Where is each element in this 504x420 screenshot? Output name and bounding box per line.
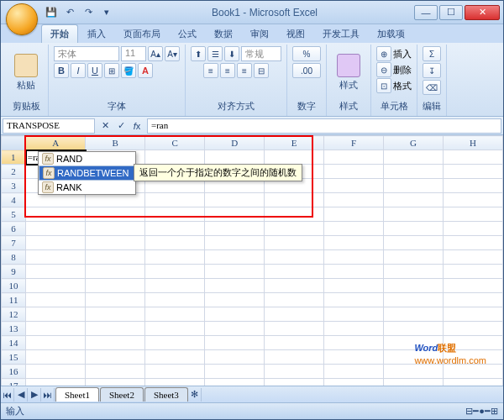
font-color-button[interactable]: A — [138, 63, 153, 78]
group-edit: 编辑 — [423, 98, 441, 114]
format-icon: ⊡ — [376, 78, 391, 93]
row-header[interactable]: 11 — [2, 293, 26, 307]
font-size-select[interactable]: 11 — [121, 46, 146, 61]
new-sheet-icon[interactable]: ✻ — [188, 388, 202, 402]
fx-icon[interactable]: fx — [129, 118, 144, 134]
fill-color-button[interactable]: 🪣 — [121, 63, 136, 78]
enter-formula-icon[interactable]: ✓ — [113, 118, 129, 134]
sheet-nav-first-icon[interactable]: ⏮ — [1, 388, 14, 402]
formula-autocomplete[interactable]: fxRAND fxRANDBETWEEN fxRANK — [38, 151, 136, 195]
sheet-nav-last-icon[interactable]: ⏭ — [41, 388, 55, 402]
undo-icon[interactable]: ↶ — [61, 4, 78, 21]
col-header[interactable]: A — [26, 136, 86, 150]
group-font: 字体 — [54, 98, 180, 114]
sheet-tab[interactable]: Sheet1 — [55, 387, 99, 402]
col-header[interactable]: F — [324, 136, 384, 150]
row-header[interactable]: 14 — [2, 336, 26, 350]
col-header[interactable]: C — [145, 136, 205, 150]
autocomplete-item[interactable]: fxRAND — [39, 152, 135, 165]
grow-font-icon[interactable]: A▴ — [148, 46, 163, 61]
underline-button[interactable]: U — [87, 63, 102, 78]
autocomplete-item[interactable]: fxRANK — [39, 181, 135, 194]
row-header[interactable]: 5 — [2, 207, 26, 222]
tab-developer[interactable]: 开发工具 — [314, 25, 368, 43]
fill-icon[interactable]: ↧ — [423, 63, 441, 78]
row-header[interactable]: 2 — [2, 165, 26, 179]
styles-icon — [337, 54, 360, 77]
paste-label: 粘贴 — [17, 79, 35, 92]
styles-button[interactable]: 样式 — [332, 47, 365, 97]
align-center-icon[interactable]: ≡ — [220, 63, 235, 78]
align-middle-icon[interactable]: ☰ — [207, 46, 223, 61]
row-header[interactable]: 3 — [2, 179, 26, 193]
row-header[interactable]: 6 — [2, 222, 26, 236]
office-button[interactable] — [6, 3, 38, 35]
align-left-icon[interactable]: ≡ — [203, 63, 218, 78]
italic-button[interactable]: I — [71, 63, 86, 78]
sheet-nav-next-icon[interactable]: ▶ — [28, 388, 41, 402]
autocomplete-item-selected[interactable]: fxRANDBETWEEN — [39, 165, 135, 181]
qat-dropdown-icon[interactable]: ▾ — [98, 4, 115, 21]
autosum-icon[interactable]: Σ — [423, 46, 441, 61]
bold-button[interactable]: B — [54, 63, 69, 78]
clear-icon[interactable]: ⌫ — [423, 80, 441, 95]
close-button[interactable]: ✕ — [465, 5, 500, 20]
row-header[interactable]: 9 — [2, 265, 26, 279]
font-name-select[interactable]: 宋体 — [54, 46, 119, 61]
align-right-icon[interactable]: ≡ — [237, 63, 252, 78]
function-icon: fx — [42, 181, 54, 193]
tab-addins[interactable]: 加载项 — [369, 25, 413, 43]
paste-button[interactable]: 粘贴 — [9, 47, 43, 97]
tab-layout[interactable]: 页面布局 — [115, 25, 169, 43]
insert-cells-button[interactable]: ⊕插入 — [376, 46, 412, 61]
zoom-controls[interactable]: ⊟━●━⊞ — [465, 406, 498, 417]
formula-bar[interactable]: =ran — [147, 118, 501, 134]
align-top-icon[interactable]: ⬆ — [191, 46, 206, 61]
cancel-formula-icon[interactable]: ✕ — [97, 118, 113, 134]
tab-view[interactable]: 视图 — [278, 25, 313, 43]
tab-formulas[interactable]: 公式 — [170, 25, 205, 43]
name-box[interactable]: TRANSPOSE — [3, 118, 95, 134]
row-header[interactable]: 15 — [2, 350, 26, 365]
row-header[interactable]: 8 — [2, 250, 26, 265]
select-all-corner[interactable] — [2, 136, 26, 150]
redo-icon[interactable]: ↷ — [80, 4, 97, 21]
row-header[interactable]: 4 — [2, 193, 26, 207]
delete-cells-button[interactable]: ⊖删除 — [376, 62, 412, 77]
merge-button[interactable]: ⊟ — [254, 63, 269, 78]
tab-home[interactable]: 开始 — [41, 24, 78, 43]
function-tooltip: 返回一个介于指定的数字之间的随机数 — [134, 164, 302, 181]
border-button[interactable]: ⊞ — [104, 63, 119, 78]
row-header[interactable]: 12 — [2, 307, 26, 322]
minimize-button[interactable]: — — [414, 5, 438, 20]
save-icon[interactable]: 💾 — [43, 4, 60, 21]
sheet-tab[interactable]: Sheet2 — [100, 387, 144, 402]
styles-label: 样式 — [339, 79, 358, 92]
sheet-nav-prev-icon[interactable]: ◀ — [14, 388, 28, 402]
tab-review[interactable]: 审阅 — [242, 25, 277, 43]
row-header[interactable]: 1 — [2, 150, 26, 165]
col-header[interactable]: E — [265, 136, 324, 150]
group-clipboard: 剪贴板 — [9, 98, 43, 114]
col-header[interactable]: G — [384, 136, 444, 150]
shrink-font-icon[interactable]: A▾ — [165, 46, 180, 61]
format-cells-button[interactable]: ⊡格式 — [376, 78, 412, 93]
wrap-select[interactable]: 常规 — [241, 46, 281, 61]
col-header[interactable]: B — [86, 136, 145, 150]
percent-button[interactable]: % — [292, 46, 321, 61]
row-header[interactable]: 17 — [2, 379, 26, 386]
col-header[interactable]: H — [444, 136, 503, 150]
group-cells: 单元格 — [376, 98, 412, 114]
maximize-button[interactable]: ☐ — [439, 5, 463, 20]
row-header[interactable]: 13 — [2, 322, 26, 336]
row-header[interactable]: 7 — [2, 236, 26, 250]
row-header[interactable]: 16 — [2, 365, 26, 379]
col-header[interactable]: D — [205, 136, 265, 150]
sheet-tab[interactable]: Sheet3 — [144, 387, 188, 402]
row-header[interactable]: 10 — [2, 279, 26, 293]
tab-insert[interactable]: 插入 — [79, 25, 114, 43]
align-bottom-icon[interactable]: ⬇ — [224, 46, 239, 61]
decimal-button[interactable]: .00 — [292, 63, 321, 78]
group-styles: 样式 — [332, 98, 365, 114]
tab-data[interactable]: 数据 — [206, 25, 241, 43]
